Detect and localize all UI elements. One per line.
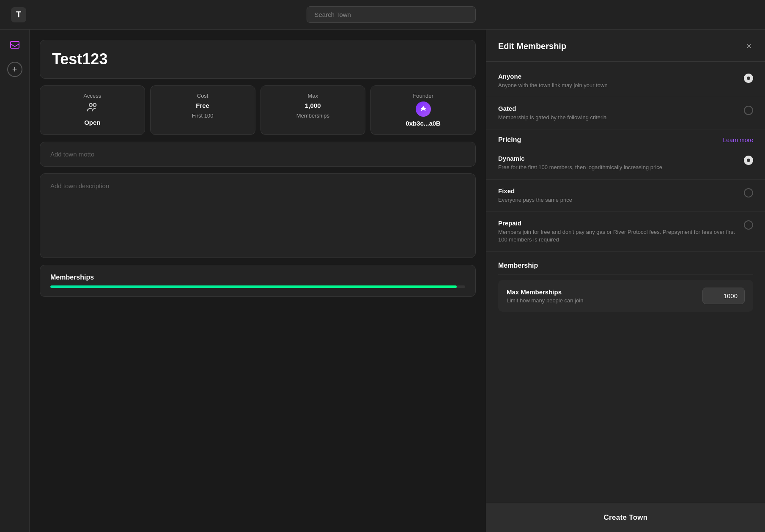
logo-icon: T (11, 7, 26, 22)
option-name-dynamic: Dynamic (498, 155, 737, 162)
founder-avatar (416, 101, 431, 117)
edit-panel-title: Edit Membership (498, 41, 566, 51)
stat-label-max: Max (308, 93, 318, 99)
search-bar[interactable]: Search Town (307, 6, 476, 23)
radio-dynamic[interactable] (744, 156, 753, 165)
radio-gated[interactable] (744, 106, 753, 115)
desc-placeholder: Add town description (50, 182, 109, 189)
sidebar: + (0, 30, 30, 532)
option-desc-anyone: Anyone with the town link may join your … (498, 82, 737, 89)
sidebar-add-button[interactable]: + (7, 62, 22, 77)
option-row-dynamic: Dynamic Free for the first 100 members, … (486, 147, 765, 179)
option-name-prepaid: Prepaid (498, 219, 737, 227)
option-row-anyone: Anyone Anyone with the town link may joi… (486, 65, 765, 97)
max-m-desc: Limit how many people can join (507, 297, 702, 304)
left-panel: Access Open Cost Free First 100 (30, 30, 486, 532)
progress-bar-bg (50, 285, 465, 288)
svg-point-1 (89, 104, 92, 107)
option-name-gated: Gated (498, 105, 737, 112)
motto-placeholder: Add town motto (50, 151, 94, 158)
max-memberships-row: Max Memberships Limit how many people ca… (498, 280, 753, 312)
stat-sub-max: Memberships (296, 112, 329, 120)
option-desc-prepaid: Members join for free and don't pay any … (498, 228, 737, 244)
option-desc-fixed: Everyone pays the same price (498, 196, 737, 204)
stat-card-cost: Cost Free First 100 (150, 85, 255, 135)
option-desc-dynamic: Free for the first 100 members, then log… (498, 164, 737, 171)
memberships-title: Memberships (50, 274, 465, 281)
radio-inner-anyone (747, 77, 750, 80)
stat-label-founder: Founder (413, 93, 433, 99)
main-layout: + Access (0, 30, 765, 532)
edit-panel-header: Edit Membership × (486, 30, 765, 62)
stat-value-max: 1,000 (305, 101, 321, 110)
logo: T (10, 6, 27, 23)
stat-label-cost: Cost (197, 93, 208, 99)
stat-label-access: Access (83, 93, 101, 99)
membership-section-title: Membership (498, 255, 753, 275)
town-name-box (40, 40, 476, 79)
progress-bar-fill (50, 285, 457, 288)
option-row-fixed: Fixed Everyone pays the same price (486, 180, 765, 212)
radio-inner-dynamic (747, 159, 750, 162)
edit-panel-body: Anyone Anyone with the town link may joi… (486, 62, 765, 503)
stat-value-cost: Free (196, 101, 209, 110)
option-info-dynamic: Dynamic Free for the first 100 members, … (498, 155, 737, 171)
stat-card-max: Max 1,000 Memberships (260, 85, 366, 135)
option-name-anyone: Anyone (498, 73, 737, 80)
membership-section: Membership Max Memberships Limit how man… (486, 252, 765, 318)
plus-icon: + (12, 65, 17, 74)
svg-point-2 (93, 104, 96, 107)
learn-more-link[interactable]: Learn more (723, 137, 753, 143)
option-row-gated: Gated Membership is gated by the followi… (486, 97, 765, 129)
pricing-section-title: Pricing (498, 136, 521, 144)
create-town-button[interactable]: Create Town (486, 503, 765, 532)
stat-sub-cost: First 100 (192, 112, 214, 120)
topbar: T Search Town (0, 0, 765, 30)
option-row-prepaid: Prepaid Members join for free and don't … (486, 212, 765, 252)
option-info-prepaid: Prepaid Members join for free and don't … (498, 219, 737, 244)
radio-prepaid[interactable] (744, 220, 753, 230)
search-placeholder: Search Town (315, 11, 351, 18)
option-name-fixed: Fixed (498, 187, 737, 195)
pricing-section-header: Pricing Learn more (486, 129, 765, 147)
radio-anyone[interactable] (744, 74, 753, 83)
memberships-section: Memberships (40, 265, 476, 297)
stat-card-access: Access Open (40, 85, 145, 135)
option-info-gated: Gated Membership is gated by the followi… (498, 105, 737, 121)
content-area: Access Open Cost Free First 100 (30, 30, 765, 532)
radio-fixed[interactable] (744, 188, 753, 197)
stat-value-founder: 0xb3c...a0B (406, 119, 441, 128)
stats-row: Access Open Cost Free First 100 (40, 85, 476, 135)
max-memberships-input[interactable] (702, 288, 745, 304)
people-icon (86, 101, 98, 116)
max-m-info: Max Memberships Limit how many people ca… (507, 288, 702, 304)
max-m-label: Max Memberships (507, 288, 702, 296)
town-name-input[interactable] (52, 50, 463, 68)
desc-box[interactable]: Add town description (40, 173, 476, 258)
motto-box[interactable]: Add town motto (40, 142, 476, 167)
close-button[interactable]: × (745, 40, 753, 53)
stat-value-access: Open (84, 118, 100, 127)
option-info-anyone: Anyone Anyone with the town link may joi… (498, 73, 737, 89)
sidebar-item-inbox[interactable] (6, 36, 23, 53)
stat-card-founder: Founder 0xb3c...a0B (370, 85, 476, 135)
option-info-fixed: Fixed Everyone pays the same price (498, 187, 737, 204)
right-panel: Edit Membership × Anyone Anyone with the… (486, 30, 765, 532)
option-desc-gated: Membership is gated by the following cri… (498, 114, 737, 121)
